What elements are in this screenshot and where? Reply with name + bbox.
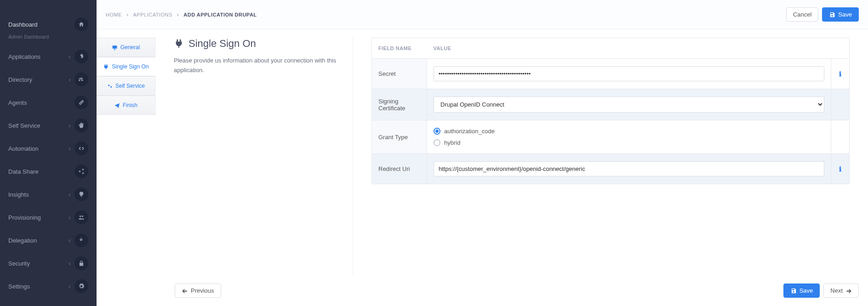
sidebar-item-automation[interactable]: Automation ‹ bbox=[0, 137, 97, 160]
topbar: HOME › APPLICATIONS › ADD APPLICATION DR… bbox=[97, 0, 868, 29]
radio-label: hybrid bbox=[444, 139, 460, 146]
breadcrumb: HOME › APPLICATIONS › ADD APPLICATION DR… bbox=[106, 11, 257, 18]
sidebar-item-applications[interactable]: Applications ‹ bbox=[0, 45, 97, 68]
hand-icon bbox=[74, 119, 88, 132]
field-table: FIELD NAME VALUE Secret ℹ bbox=[371, 38, 850, 184]
arrow-left-icon bbox=[182, 288, 188, 294]
sidebar-item-label: Applications bbox=[8, 53, 40, 60]
sidebar-dashboard-label: Dashboard bbox=[8, 21, 38, 28]
home-icon bbox=[74, 17, 88, 31]
breadcrumb-applications[interactable]: APPLICATIONS bbox=[133, 12, 172, 17]
field-signing-cert-info bbox=[831, 89, 850, 120]
info-icon[interactable]: ℹ bbox=[839, 165, 841, 173]
lock-icon bbox=[74, 256, 88, 270]
grant-type-radios: authorization_code hybrid bbox=[434, 128, 824, 146]
main: HOME › APPLICATIONS › ADD APPLICATION DR… bbox=[97, 0, 868, 306]
breadcrumb-home[interactable]: HOME bbox=[106, 12, 122, 17]
sidebar-item-insights[interactable]: Insights ‹ bbox=[0, 183, 97, 206]
th-field-name: FIELD NAME bbox=[372, 38, 427, 59]
chevron-left-icon: ‹ bbox=[69, 260, 71, 267]
step-label: Self Service bbox=[115, 83, 145, 89]
th-value: VALUE bbox=[427, 38, 831, 59]
save-button[interactable]: Save bbox=[822, 7, 859, 22]
next-label: Next bbox=[830, 287, 843, 294]
signing-cert-select[interactable]: Drupal OpenID Connect bbox=[434, 96, 824, 113]
sidebar-item-agents[interactable]: Agents bbox=[0, 91, 97, 114]
send-icon bbox=[114, 102, 120, 108]
share-icon bbox=[74, 164, 88, 178]
chevron-right-icon: › bbox=[177, 11, 179, 18]
field-signing-cert-cell: Drupal OpenID Connect bbox=[427, 89, 831, 120]
breadcrumb-current: ADD APPLICATION DRUPAL bbox=[183, 12, 257, 17]
sidebar-item-self-service[interactable]: Self Service ‹ bbox=[0, 114, 97, 137]
wizard-steps: General Single Sign On Self Service Fini… bbox=[97, 38, 155, 275]
sidebar-item-label: Delegation bbox=[8, 237, 37, 244]
next-button[interactable]: Next bbox=[823, 283, 859, 298]
sidebar-item-settings[interactable]: Settings ‹ bbox=[0, 275, 97, 298]
step-label: Finish bbox=[123, 102, 137, 108]
content: General Single Sign On Self Service Fini… bbox=[97, 29, 868, 275]
info-icon[interactable]: ℹ bbox=[839, 70, 841, 78]
chevron-right-icon: › bbox=[126, 11, 129, 18]
page-intro: Single Sign On Please provide us informa… bbox=[174, 38, 353, 275]
sidebar-item-label: Security bbox=[8, 260, 30, 267]
code-icon bbox=[74, 142, 88, 155]
field-secret-cell bbox=[427, 59, 831, 89]
sidebar: Dashboard Admin Dashboard Applications ‹… bbox=[0, 0, 97, 306]
footer-save-button[interactable]: Save bbox=[783, 283, 820, 298]
sidebar-item-directory[interactable]: Directory ‹ bbox=[0, 68, 97, 91]
step-single-sign-on[interactable]: Single Sign On bbox=[97, 57, 155, 76]
footer-actions: Save Next bbox=[783, 283, 859, 298]
sidebar-item-label: Insights bbox=[8, 191, 29, 198]
sidebar-item-label: Agents bbox=[8, 99, 27, 106]
field-grant-type-info bbox=[831, 120, 850, 154]
chevron-left-icon: ‹ bbox=[69, 145, 71, 152]
page: Single Sign On Please provide us informa… bbox=[155, 38, 859, 275]
chevron-left-icon: ‹ bbox=[69, 76, 71, 83]
users-icon bbox=[74, 210, 88, 224]
step-label: Single Sign On bbox=[112, 63, 148, 70]
step-general[interactable]: General bbox=[97, 38, 155, 57]
link-icon bbox=[74, 96, 88, 109]
sidebar-item-dashboard[interactable]: Dashboard bbox=[0, 13, 97, 36]
sidebar-item-label: Data Share bbox=[8, 168, 39, 175]
grant-type-hybrid[interactable]: hybrid bbox=[434, 139, 824, 146]
grant-type-authorization-code[interactable]: authorization_code bbox=[434, 128, 824, 135]
step-finish[interactable]: Finish bbox=[97, 96, 155, 115]
save-icon bbox=[790, 288, 797, 294]
cancel-button[interactable]: Cancel bbox=[786, 7, 818, 22]
sitemap-icon bbox=[74, 73, 88, 86]
sidebar-item-data-share[interactable]: Data Share bbox=[0, 160, 97, 183]
chevron-left-icon: ‹ bbox=[69, 122, 71, 129]
cogs-icon bbox=[107, 83, 113, 89]
field-redirect-uri-cell bbox=[427, 154, 831, 184]
chevron-left-icon: ‹ bbox=[69, 53, 71, 60]
cancel-label: Cancel bbox=[793, 11, 811, 18]
field-grant-type-cell: authorization_code hybrid bbox=[427, 120, 831, 154]
arrow-right-icon bbox=[845, 288, 852, 294]
sidebar-item-delegation[interactable]: Delegation ‹ bbox=[0, 229, 97, 252]
step-self-service[interactable]: Self Service bbox=[97, 76, 155, 96]
field-grant-type-label: Grant Type bbox=[372, 120, 427, 154]
field-secret-label: Secret bbox=[372, 59, 427, 89]
sidebar-item-label: Provisioning bbox=[8, 214, 41, 221]
sidebar-item-label: Directory bbox=[8, 76, 32, 83]
sidebar-item-label: Automation bbox=[8, 145, 39, 152]
redirect-uri-input[interactable] bbox=[434, 161, 824, 176]
chevron-left-icon: ‹ bbox=[69, 191, 71, 198]
rocket-icon bbox=[74, 50, 88, 63]
th-info bbox=[831, 38, 850, 59]
save-icon bbox=[829, 11, 835, 18]
sidebar-item-security[interactable]: Security ‹ bbox=[0, 252, 97, 275]
save-label: Save bbox=[838, 11, 852, 18]
plug-icon bbox=[174, 39, 184, 49]
footer: Previous Save Next bbox=[97, 275, 868, 306]
field-redirect-uri-info: ℹ bbox=[831, 154, 850, 184]
bulb-icon bbox=[74, 187, 88, 201]
page-title-text: Single Sign On bbox=[188, 38, 256, 50]
secret-input[interactable] bbox=[434, 66, 824, 81]
sidebar-item-provisioning[interactable]: Provisioning ‹ bbox=[0, 206, 97, 229]
page-title: Single Sign On bbox=[174, 38, 339, 50]
pointer-icon bbox=[74, 233, 88, 247]
previous-button[interactable]: Previous bbox=[175, 283, 221, 298]
